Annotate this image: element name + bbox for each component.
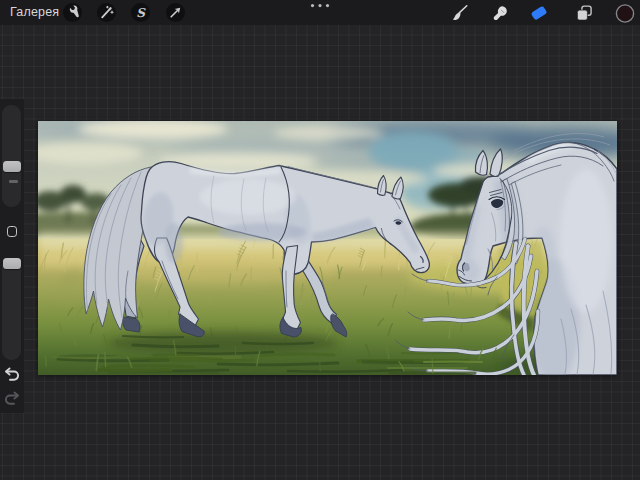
smudge-finger-icon xyxy=(490,3,510,23)
brush-icon xyxy=(450,3,470,23)
brush-size-slider[interactable] xyxy=(2,105,21,207)
paint-tool-button[interactable] xyxy=(450,3,470,23)
color-button[interactable] xyxy=(615,3,635,23)
ellipsis-icon xyxy=(306,0,334,25)
opacity-slider[interactable] xyxy=(2,258,21,360)
gallery-button[interactable]: Галерея xyxy=(10,0,59,25)
adjustments-button[interactable] xyxy=(97,3,116,22)
selection-s-icon: S xyxy=(131,3,150,22)
drawing-canvas[interactable] xyxy=(38,121,617,375)
svg-text:S: S xyxy=(136,5,146,19)
color-circle-icon xyxy=(615,3,635,23)
transform-arrow-icon xyxy=(166,3,185,22)
horses-painting xyxy=(38,121,617,375)
actions-button[interactable] xyxy=(63,3,82,22)
top-toolbar: Галерея S xyxy=(0,0,640,25)
layers-button[interactable] xyxy=(574,3,594,23)
transform-button[interactable] xyxy=(166,3,185,22)
layers-icon xyxy=(574,3,594,23)
brush-size-handle[interactable] xyxy=(3,161,21,172)
selection-button[interactable]: S xyxy=(131,3,150,22)
opacity-handle[interactable] xyxy=(3,258,21,269)
procreate-app: Галерея S xyxy=(0,0,640,480)
modify-button[interactable] xyxy=(7,226,18,237)
eraser-icon xyxy=(529,3,549,23)
redo-button[interactable] xyxy=(0,389,24,409)
magic-wand-icon xyxy=(97,3,116,22)
brush-size-tick xyxy=(9,180,19,183)
redo-icon xyxy=(0,389,24,409)
undo-button[interactable] xyxy=(0,365,24,385)
erase-tool-button[interactable] xyxy=(529,3,549,23)
undo-icon xyxy=(0,365,24,385)
smudge-tool-button[interactable] xyxy=(490,3,510,23)
canvas-options-button[interactable] xyxy=(306,0,334,25)
wrench-icon xyxy=(63,3,82,22)
sidebar xyxy=(0,99,24,413)
